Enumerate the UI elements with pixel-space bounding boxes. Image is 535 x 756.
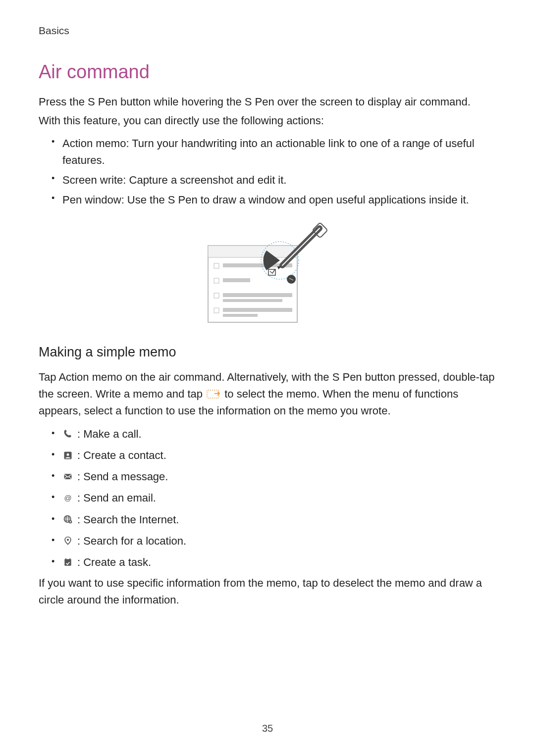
svg-text:@: @ <box>64 494 71 502</box>
action-text: : Make a call. <box>77 425 142 443</box>
memo-text-a: Tap <box>39 371 58 383</box>
feature-desc: Capture a screenshot and edit it. <box>126 174 286 186</box>
email-icon: @ <box>62 493 73 503</box>
feature-list: Action memo: Turn your handwriting into … <box>52 135 496 208</box>
intro-paragraph-1: Press the S Pen button while hovering th… <box>39 94 496 110</box>
svg-rect-4 <box>214 278 219 283</box>
svg-rect-25 <box>64 560 71 565</box>
memo-action-label: Action memo <box>58 371 122 383</box>
svg-rect-6 <box>214 293 219 298</box>
select-memo-icon <box>206 389 221 400</box>
doc-header: Basics <box>39 25 496 37</box>
memo-intro: Tap Action memo on the air command. Alte… <box>39 369 496 419</box>
action-text: : Search the Internet. <box>77 511 179 528</box>
action-text: : Send a message. <box>77 468 168 485</box>
section-title: Air command <box>39 61 496 83</box>
feature-desc: Use the S Pen to draw a window and open … <box>124 194 469 206</box>
action-text: : Create a task. <box>77 554 151 571</box>
feature-label: Action memo: <box>62 137 129 150</box>
air-command-illustration <box>39 221 496 325</box>
svg-rect-2 <box>214 263 219 268</box>
feature-label: Pen window: <box>62 194 124 206</box>
list-item: : Send a message. <box>52 468 496 485</box>
globe-icon <box>62 514 73 524</box>
list-item: : Search the Internet. <box>52 511 496 528</box>
task-icon <box>62 557 73 567</box>
feature-item: Pen window: Use the S Pen to draw a wind… <box>52 192 496 208</box>
sub-heading: Making a simple memo <box>39 345 496 360</box>
feature-label: Screen write: <box>62 174 126 186</box>
message-icon <box>62 472 73 482</box>
svg-rect-27 <box>65 558 66 559</box>
svg-rect-8 <box>223 299 282 302</box>
svg-rect-1 <box>208 246 297 257</box>
list-item: : Search for a location. <box>52 532 496 550</box>
svg-rect-28 <box>69 558 70 559</box>
phone-icon <box>62 429 73 439</box>
contact-icon <box>62 451 73 460</box>
feature-item: Screen write: Capture a screenshot and e… <box>52 172 496 189</box>
svg-rect-9 <box>214 308 219 313</box>
svg-rect-11 <box>223 314 258 317</box>
svg-point-18 <box>67 453 69 455</box>
list-item: @ : Send an email. <box>52 489 496 506</box>
intro-paragraph-2: With this feature, you can directly use … <box>39 112 496 129</box>
action-text: : Search for a location. <box>77 532 186 550</box>
page-number: 35 <box>0 723 535 734</box>
svg-point-24 <box>67 539 69 541</box>
location-icon <box>62 536 73 546</box>
action-text: : Send an email. <box>77 489 156 506</box>
svg-rect-7 <box>223 293 292 297</box>
feature-item: Action memo: Turn your handwriting into … <box>52 135 496 169</box>
action-text: : Create a contact. <box>77 447 166 464</box>
svg-rect-5 <box>223 278 250 282</box>
svg-rect-10 <box>223 308 292 312</box>
closing-paragraph: If you want to use specific information … <box>39 575 496 608</box>
list-item: : Create a contact. <box>52 447 496 464</box>
list-item: : Create a task. <box>52 554 496 571</box>
icon-action-list: : Make a call. : Create a contact. : Sen… <box>52 425 496 571</box>
list-item: : Make a call. <box>52 425 496 443</box>
